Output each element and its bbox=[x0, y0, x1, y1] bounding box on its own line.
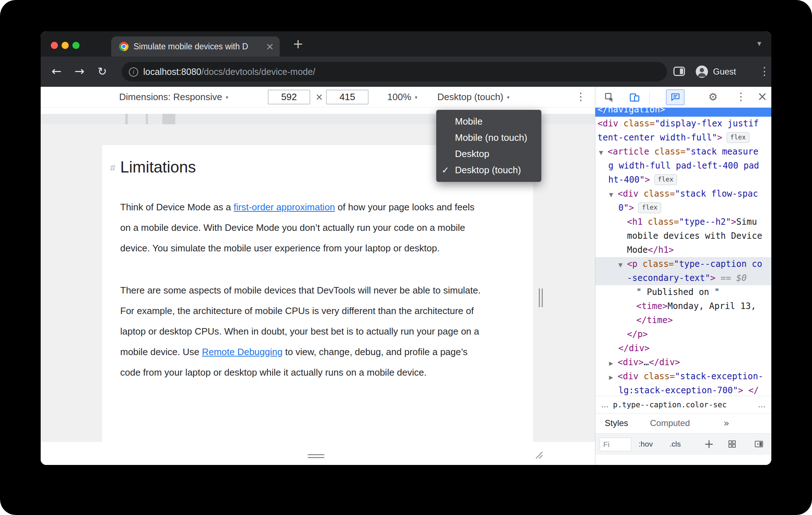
flex-badge[interactable]: flex bbox=[638, 202, 661, 213]
grid-overlay-icon[interactable] bbox=[728, 440, 736, 450]
dom-tree-row[interactable]: ht-400">flex bbox=[595, 173, 771, 187]
breadcrumb-selected-node[interactable]: p.type--caption.color-sec bbox=[613, 400, 727, 409]
dom-tree-row[interactable]: </p> bbox=[595, 327, 771, 341]
dom-tree-row[interactable]: </navigation> bbox=[595, 108, 771, 117]
dom-tree-row[interactable]: <time>Monday, April 13, bbox=[595, 299, 771, 313]
sidebar-tab-bar: Styles Computed » bbox=[595, 413, 771, 433]
article-link[interactable]: first-order approximation bbox=[234, 202, 335, 212]
more-tabs-icon[interactable]: » bbox=[723, 413, 730, 433]
device-type-value: Desktop (touch) bbox=[437, 91, 504, 102]
toggle-sidebar-icon[interactable] bbox=[754, 440, 764, 450]
browser-menu-icon[interactable]: ⋮ bbox=[759, 57, 770, 86]
twisty-arrow-icon[interactable]: ▼ bbox=[609, 188, 618, 202]
dom-tree-row[interactable]: -secondary-text"> == $0 bbox=[595, 271, 771, 285]
code-token: class= bbox=[637, 259, 674, 269]
twisty-arrow-icon[interactable]: ▼ bbox=[599, 146, 608, 160]
flex-badge[interactable]: flex bbox=[654, 174, 677, 185]
zoom-value: 100% bbox=[387, 91, 411, 102]
dom-tree-row[interactable]: Mode</h1> bbox=[595, 243, 771, 257]
menu-item-label: Desktop bbox=[455, 148, 489, 159]
dom-tree-row[interactable]: ▶<div class="stack-exception- bbox=[595, 370, 771, 384]
menu-item-desktop[interactable]: Desktop bbox=[436, 146, 541, 162]
viewport-width-resize-handle[interactable] bbox=[539, 288, 543, 307]
dom-tree-row[interactable]: </div> bbox=[595, 341, 771, 355]
code-token: "stack measure bbox=[686, 147, 758, 157]
flex-badge[interactable]: flex bbox=[727, 132, 749, 143]
code-token: > bbox=[717, 133, 722, 143]
article-link[interactable]: Remote Debugging bbox=[202, 346, 283, 357]
code-token: lg:stack-exception-700" bbox=[618, 385, 738, 395]
settings-gear-icon[interactable]: ⚙ bbox=[708, 87, 718, 107]
tab-styles[interactable]: Styles bbox=[605, 413, 628, 433]
side-panel-icon[interactable] bbox=[673, 67, 685, 76]
tab-computed[interactable]: Computed bbox=[650, 413, 690, 433]
new-tab-button[interactable]: + bbox=[289, 35, 307, 53]
menu-item-mobile-no-touch[interactable]: Mobile (no touch) bbox=[436, 130, 541, 146]
heading-anchor-hash[interactable]: # bbox=[110, 162, 115, 174]
viewport-corner-resize-handle[interactable] bbox=[534, 451, 543, 459]
device-toolbar-toggle-icon[interactable] bbox=[629, 92, 640, 103]
twisty-arrow-icon[interactable]: ▶ bbox=[609, 357, 618, 371]
forward-button[interactable]: → bbox=[75, 57, 85, 86]
dom-tree-row[interactable]: tent-center width-full">flex bbox=[595, 131, 771, 145]
url-host: localhost:8080 bbox=[143, 67, 201, 77]
traffic-light-maximize[interactable] bbox=[72, 42, 80, 49]
code-token: </p> bbox=[627, 329, 648, 339]
width-input[interactable] bbox=[268, 90, 310, 104]
dom-tree-row[interactable]: " Published on " bbox=[595, 285, 771, 299]
zoom-select[interactable]: 100%▾ bbox=[387, 87, 418, 107]
device-toolbar-menu-icon[interactable]: ⋮ bbox=[576, 87, 586, 106]
styles-filter-input[interactable] bbox=[600, 438, 631, 451]
dom-tree-row[interactable]: g width-full pad-left-400 pad bbox=[595, 159, 771, 173]
dom-tree-row[interactable]: ▼<div class="stack flow-spac bbox=[595, 187, 771, 201]
devtools-close-icon[interactable]: × bbox=[757, 87, 767, 106]
toggle-element-state-button[interactable]: :hov bbox=[639, 434, 653, 454]
dom-tree-row[interactable]: ▼<p class="type--caption co bbox=[595, 257, 771, 271]
avatar[interactable] bbox=[696, 66, 708, 78]
tab-strip: Simulate mobile devices with D × + ▾ bbox=[41, 31, 771, 57]
console-messages-icon[interactable] bbox=[666, 89, 685, 105]
dom-tree-row[interactable]: ▶<div>…</div> bbox=[595, 355, 771, 370]
dom-tree-row[interactable]: lg:stack-exception-700"> </ bbox=[595, 384, 771, 396]
device-type-select[interactable]: Desktop (touch)▾ bbox=[437, 87, 510, 107]
traffic-light-minimize[interactable] bbox=[62, 42, 69, 49]
dimensions-select[interactable]: Dimensions: Responsive▾ bbox=[119, 87, 228, 107]
tab-search-chevron-icon[interactable]: ▾ bbox=[757, 31, 761, 56]
code-token: "type--h2" bbox=[679, 217, 731, 227]
inspect-element-icon[interactable] bbox=[604, 92, 615, 103]
code-token: </div> bbox=[618, 343, 650, 353]
dom-tree-row[interactable]: mobile devices with Device bbox=[595, 229, 771, 243]
element-classes-button[interactable]: .cls bbox=[669, 434, 681, 454]
devtools-menu-icon[interactable]: ⋮ bbox=[736, 87, 746, 106]
code-token: class= bbox=[639, 189, 675, 199]
twisty-arrow-icon[interactable]: ▼ bbox=[618, 258, 627, 272]
browser-tab[interactable]: Simulate mobile devices with D × bbox=[111, 36, 280, 57]
address-bar[interactable]: i localhost:8080/docs/devtools/device-mo… bbox=[122, 62, 667, 81]
traffic-light-close[interactable] bbox=[51, 42, 58, 49]
dom-tree-row[interactable]: 0">flex bbox=[595, 201, 771, 215]
device-type-menu: MobileMobile (no touch)Desktop✓Desktop (… bbox=[436, 110, 541, 182]
url-path: /docs/devtools/device-mode/ bbox=[201, 67, 315, 77]
dom-tree-row[interactable]: ▼<article class="stack measure bbox=[595, 145, 771, 159]
site-info-icon[interactable]: i bbox=[129, 67, 138, 77]
dom-tree-row[interactable]: <div class="display-flex justif bbox=[595, 117, 771, 131]
back-button[interactable]: ← bbox=[51, 57, 62, 86]
tab-title: Simulate mobile devices with D bbox=[134, 36, 248, 57]
breadcrumb-overflow-left[interactable]: … bbox=[601, 400, 609, 409]
code-token: ht-400" bbox=[608, 175, 645, 185]
dom-tree-row[interactable]: </time> bbox=[595, 313, 771, 327]
menu-item-mobile[interactable]: Mobile bbox=[436, 113, 541, 130]
code-token: </time> bbox=[636, 315, 673, 325]
height-input[interactable] bbox=[326, 90, 369, 104]
tab-close-icon[interactable]: × bbox=[266, 37, 274, 56]
code-token: class= bbox=[642, 217, 679, 227]
caret-down-icon: ▾ bbox=[415, 87, 418, 107]
code-token: Mode bbox=[627, 245, 648, 255]
breadcrumb-overflow-right[interactable]: … bbox=[758, 400, 766, 409]
dom-tree-row[interactable]: <h1 class="type--h2">Simu bbox=[595, 215, 771, 229]
twisty-arrow-icon[interactable]: ▶ bbox=[609, 371, 618, 385]
new-style-rule-button[interactable]: + bbox=[704, 434, 714, 454]
menu-item-desktop-touch[interactable]: ✓Desktop (touch) bbox=[436, 162, 541, 178]
viewport-height-resize-handle[interactable] bbox=[308, 454, 324, 458]
reload-button[interactable]: ↻ bbox=[98, 57, 107, 86]
